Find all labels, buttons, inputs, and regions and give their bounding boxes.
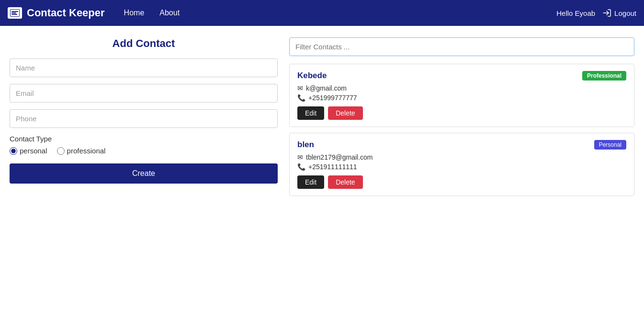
phone-input[interactable] — [10, 109, 278, 128]
delete-button[interactable]: Delete — [328, 106, 362, 120]
email-icon: ✉ — [297, 153, 303, 161]
name-input[interactable] — [10, 58, 278, 77]
edit-button[interactable]: Edit — [297, 106, 324, 120]
logout-icon — [603, 9, 611, 17]
contact-name: blen — [297, 140, 314, 150]
navbar: Contact Keeper Home About Hello Eyoab Lo… — [0, 0, 644, 26]
contact-phone: +251911111111 — [308, 163, 357, 171]
logout-button[interactable]: Logout — [603, 9, 636, 17]
radio-professional-label[interactable]: professional — [57, 147, 106, 155]
svg-rect-2 — [11, 11, 18, 12]
radio-personal[interactable] — [10, 147, 17, 155]
radio-personal-text: personal — [20, 147, 47, 155]
filter-input[interactable] — [289, 37, 634, 56]
nav-links: Home About — [120, 7, 557, 19]
contact-email-row: ✉ tblen2179@gmail.com — [297, 153, 626, 161]
contact-email: tblen2179@gmail.com — [306, 153, 373, 161]
contact-type-label: Contact Type — [10, 135, 278, 143]
contact-card-header: blen Personal — [297, 140, 626, 150]
contact-card-header: Kebede Professional — [297, 71, 626, 81]
contact-phone-row: 📞 +251999777777 — [297, 94, 626, 102]
contact-actions: Edit Delete — [297, 175, 626, 189]
brand-label: Contact Keeper — [27, 7, 105, 19]
delete-button[interactable]: Delete — [328, 175, 362, 189]
contact-name: Kebede — [297, 71, 327, 81]
add-contact-panel: Add Contact Contact Type personal profes… — [10, 37, 278, 202]
contact-type-badge: Personal — [594, 140, 626, 150]
main-content: Add Contact Contact Type personal profes… — [0, 26, 644, 213]
contacts-panel: Kebede Professional ✉ k@gmail.com 📞 +251… — [289, 37, 634, 202]
brand-icon — [8, 7, 22, 19]
brand-link[interactable]: Contact Keeper — [8, 7, 105, 19]
contact-card: blen Personal ✉ tblen2179@gmail.com 📞 +2… — [289, 133, 634, 196]
add-contact-title: Add Contact — [10, 37, 278, 50]
greeting-text: Hello Eyoab — [556, 9, 595, 17]
contact-phone: +251999777777 — [308, 94, 357, 102]
navbar-right: Hello Eyoab Logout — [556, 9, 636, 17]
radio-professional-text: professional — [67, 147, 106, 155]
contact-email: k@gmail.com — [306, 84, 347, 92]
contact-email-row: ✉ k@gmail.com — [297, 84, 626, 92]
svg-rect-3 — [11, 12, 16, 13]
nav-about[interactable]: About — [156, 7, 183, 19]
logout-label: Logout — [614, 9, 636, 17]
radio-professional[interactable] — [57, 147, 65, 155]
radio-group: personal professional — [10, 147, 278, 155]
svg-rect-4 — [11, 14, 17, 15]
email-input[interactable] — [10, 84, 278, 103]
create-button[interactable]: Create — [10, 163, 278, 184]
contact-phone-row: 📞 +251911111111 — [297, 163, 626, 171]
phone-icon: 📞 — [297, 163, 305, 171]
radio-personal-label[interactable]: personal — [10, 147, 47, 155]
email-icon: ✉ — [297, 84, 303, 92]
contact-actions: Edit Delete — [297, 106, 626, 120]
nav-home[interactable]: Home — [120, 7, 148, 19]
phone-icon: 📞 — [297, 94, 305, 102]
contact-card: Kebede Professional ✉ k@gmail.com 📞 +251… — [289, 64, 634, 127]
edit-button[interactable]: Edit — [297, 175, 324, 189]
contact-type-badge: Professional — [582, 71, 626, 81]
